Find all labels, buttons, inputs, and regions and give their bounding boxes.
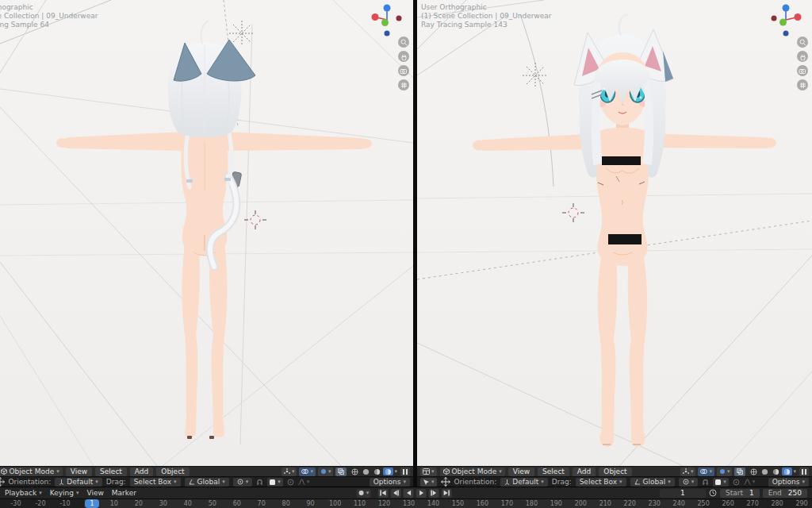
shading-material-icon[interactable]	[771, 468, 781, 475]
overlays-dropdown[interactable]: ▾	[698, 468, 714, 476]
end-frame-field[interactable]: End250	[763, 489, 807, 498]
shading-solid-icon[interactable]	[760, 468, 770, 475]
shading-rendered-icon[interactable]	[782, 468, 792, 475]
prev-keyframe-button[interactable]	[391, 489, 401, 498]
xray-toggle[interactable]	[335, 468, 347, 476]
proportional-edit-icon[interactable]	[287, 479, 294, 486]
drag-dropdown[interactable]: Select Box▾	[576, 478, 626, 487]
cursor-3d[interactable]	[562, 203, 584, 222]
falloff-dropdown[interactable]: ▾	[744, 479, 756, 485]
menu-view[interactable]: View	[66, 468, 92, 476]
mode-dropdown[interactable]: Object Mode ▾	[440, 468, 505, 476]
gizmos-dropdown[interactable]: ▾	[680, 468, 696, 476]
menu-object[interactable]: Object	[156, 468, 189, 476]
shading-dropdown-caret[interactable]: ▾	[793, 469, 796, 475]
shading-wireframe-icon[interactable]	[350, 468, 360, 475]
axis-icon	[504, 479, 510, 485]
drag-dropdown[interactable]: Select Box▾	[130, 478, 181, 487]
camera-view-icon[interactable]	[398, 65, 409, 76]
pan-hand-icon[interactable]	[797, 51, 808, 62]
timeline-playhead[interactable]: 1	[85, 499, 99, 508]
shading-mode-cluster: ▾	[748, 467, 797, 476]
timeline-keying-menu[interactable]: Keying▾	[50, 489, 79, 497]
xray-toggle[interactable]	[734, 468, 745, 476]
shading-wireframe-icon[interactable]	[749, 468, 759, 475]
character-back[interactable]	[56, 21, 372, 439]
play-button[interactable]	[416, 489, 427, 498]
ahoge	[619, 14, 628, 36]
transform-orientation-dropdown[interactable]: Global▾	[630, 478, 675, 487]
light-object-marker[interactable]	[523, 63, 548, 88]
ruler-tick-label: 140	[427, 500, 439, 507]
shading-rendered-icon[interactable]	[383, 468, 393, 475]
start-frame-field[interactable]: Start1	[720, 489, 760, 498]
current-frame-field[interactable]: 1	[660, 489, 706, 498]
editor-type-icon[interactable]: ▾	[420, 468, 437, 476]
ortho-grid-icon[interactable]	[797, 79, 808, 90]
ruler-tick-label: -20	[35, 500, 45, 507]
pivot-point-dropdown[interactable]: ▾	[679, 478, 699, 487]
timeline-view-menu[interactable]: View	[86, 489, 103, 497]
menu-view[interactable]: View	[508, 468, 534, 476]
light-object-marker[interactable]	[229, 21, 255, 46]
ruler-tick-label: 230	[649, 500, 661, 507]
proportional-edit-icon[interactable]	[733, 479, 740, 486]
viewport-nav-buttons	[797, 37, 808, 90]
falloff-dropdown[interactable]: ▾	[298, 479, 310, 485]
navigation-gizmo[interactable]	[369, 2, 405, 38]
snapping-dropdown[interactable]: ▾	[318, 468, 334, 476]
menu-add[interactable]: Add	[130, 468, 153, 476]
snap-target-dropdown[interactable]: ▾	[267, 478, 283, 487]
timeline-ruler[interactable]: 1 -30-20-1010203040506070809010011012013…	[0, 498, 812, 508]
move-tool-icon[interactable]	[441, 477, 450, 487]
zoom-icon[interactable]	[797, 37, 808, 48]
menu-add[interactable]: Add	[573, 468, 596, 476]
shading-mode-cluster: ▾	[349, 467, 398, 476]
camera-view-icon[interactable]	[797, 65, 808, 76]
options-dropdown[interactable]: Options▾	[370, 478, 410, 487]
menu-select[interactable]: Select	[95, 468, 127, 476]
snapping-dropdown[interactable]: ▾	[717, 468, 733, 476]
overlays-dropdown[interactable]: ▾	[299, 468, 316, 476]
ortho-grid-icon[interactable]	[398, 79, 409, 90]
character-front[interactable]	[473, 14, 776, 447]
viewport-right-canvas[interactable]: User Orthographic (1) Scene Collection |…	[417, 0, 812, 466]
jump-to-end-button[interactable]	[442, 489, 452, 498]
viewport-left: User Orthographic (1) Scene Collection |…	[0, 0, 413, 487]
timeline-playback-menu[interactable]: Playback▾	[5, 489, 42, 497]
options-dropdown[interactable]: Options▾	[768, 478, 809, 487]
pivot-point-dropdown[interactable]: ▾	[233, 478, 253, 487]
next-keyframe-button[interactable]	[429, 489, 439, 498]
auto-keying-record-button[interactable]: ▾	[357, 489, 371, 498]
navigation-gizmo[interactable]	[768, 2, 804, 38]
pause-button[interactable]	[400, 468, 410, 476]
snap-magnet-icon[interactable]	[256, 479, 263, 486]
menu-object[interactable]: Object	[599, 468, 631, 476]
scene-back-view	[0, 0, 413, 466]
clock-icon[interactable]	[709, 489, 717, 497]
shading-material-icon[interactable]	[372, 468, 382, 475]
transform-orientation-dropdown[interactable]: Global▾	[185, 478, 229, 487]
ruler-tick-label: -30	[10, 500, 21, 507]
mode-dropdown[interactable]: Object Mode ▾	[0, 468, 63, 476]
zoom-icon[interactable]	[398, 37, 409, 48]
timeline-marker-menu[interactable]: Marker	[112, 489, 136, 497]
move-tool-icon[interactable]	[0, 477, 5, 487]
shading-solid-icon[interactable]	[361, 468, 371, 475]
snap-magnet-icon[interactable]	[702, 479, 709, 486]
active-tool-dropdown[interactable]: ▾	[420, 478, 437, 487]
gizmos-dropdown[interactable]: ▾	[282, 468, 297, 476]
viewport-left-canvas[interactable]: User Orthographic (1) Scene Collection |…	[0, 0, 413, 466]
shading-dropdown-caret[interactable]: ▾	[394, 469, 397, 475]
play-reverse-button[interactable]	[404, 489, 414, 498]
gizmo-x-axis	[372, 13, 379, 21]
pan-hand-icon[interactable]	[398, 51, 409, 62]
cursor-3d[interactable]	[244, 210, 266, 229]
jump-to-start-button[interactable]	[378, 489, 389, 498]
snap-target-dropdown[interactable]: ▾	[713, 478, 729, 487]
orientation-dropdown[interactable]: Default▾	[55, 478, 102, 487]
menu-select[interactable]: Select	[538, 468, 569, 476]
orientation-dropdown[interactable]: Default▾	[500, 478, 547, 487]
ruler-tick-label: 260	[722, 500, 733, 507]
pause-button[interactable]	[799, 468, 809, 476]
